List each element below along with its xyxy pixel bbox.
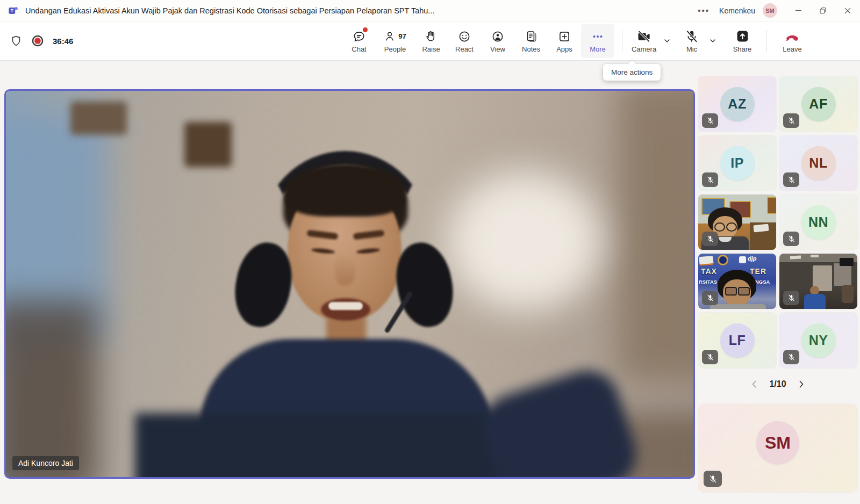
leave-button[interactable]: Leave (775, 24, 810, 58)
avatar: LF (720, 323, 755, 358)
camera-button[interactable]: Camera (630, 24, 658, 58)
apps-button[interactable]: Apps (548, 24, 581, 58)
chevron-down-icon (663, 37, 671, 45)
avatar: NY (801, 323, 836, 358)
notes-icon (524, 30, 538, 44)
pagination-label: 1/10 (769, 379, 786, 389)
camera-off-icon (636, 29, 651, 44)
org-name: Kemenkeu (719, 6, 755, 15)
mic-off-icon (787, 235, 796, 243)
teams-meeting-window: T Undangan Edukasi Aktivasi Akun Wajib P… (0, 0, 860, 504)
muted-mic-badge (783, 172, 799, 187)
speaker-video-feed (6, 91, 693, 477)
toolbar-divider (622, 30, 622, 52)
banner-logo (718, 255, 728, 265)
mic-off-icon (706, 117, 714, 125)
view-icon (491, 30, 505, 44)
participant-tile-nn[interactable]: NN (779, 195, 857, 250)
chevron-right-icon (798, 379, 805, 389)
participant-tile-nl[interactable]: NL (779, 135, 857, 191)
title-bar: T Undangan Edukasi Aktivasi Akun Wajib P… (0, 0, 860, 21)
meeting-security-shield-icon[interactable] (10, 34, 23, 47)
toolbar-divider (766, 30, 767, 52)
muted-mic-badge (702, 291, 718, 305)
banner-text: NGSA (755, 279, 770, 285)
djp-logo-text: djp (748, 255, 757, 262)
notes-button[interactable]: Notes (514, 24, 548, 58)
minimize-button[interactable] (786, 0, 811, 21)
mic-off-icon (706, 235, 714, 243)
view-button[interactable]: View (481, 24, 514, 58)
more-actions-tooltip: More actions (603, 64, 661, 81)
more-button[interactable]: More (581, 24, 614, 58)
banner-text: TER (750, 267, 766, 276)
share-button[interactable]: Share (726, 24, 759, 58)
mic-off-icon (787, 176, 796, 184)
svg-text:T: T (11, 9, 13, 13)
participant-tile-ny[interactable]: NY (779, 313, 857, 368)
speaker-name-label: Adi Kuncoro Jati (12, 456, 79, 470)
avatar: NL (801, 146, 836, 181)
people-button[interactable]: 97 People (376, 24, 414, 58)
mic-off-icon (787, 294, 796, 302)
participant-tile-ip[interactable]: IP (698, 135, 776, 191)
mic-off-icon (787, 353, 796, 361)
close-button[interactable] (835, 0, 860, 21)
leave-call-icon (784, 28, 800, 45)
participant-tile-video-office[interactable] (779, 254, 857, 309)
chat-notification-dot (363, 27, 368, 32)
people-count: 97 (398, 32, 406, 40)
banner-logo (739, 256, 746, 263)
banner-text: RSITAS (699, 279, 717, 285)
main-speaker-video[interactable]: Adi Kuncoro Jati (4, 89, 695, 479)
avatar: NN (801, 205, 836, 240)
chat-button[interactable]: Chat (342, 24, 376, 58)
mic-button[interactable]: Mic (680, 24, 704, 58)
react-smiley-icon (457, 30, 471, 44)
raise-hand-button[interactable]: Raise (414, 24, 448, 58)
meeting-title: Undangan Edukasi Aktivasi Akun Wajib Paj… (25, 6, 434, 15)
titlebar-overflow-menu[interactable]: ••• (688, 6, 719, 15)
banner-text: TAX (701, 267, 717, 276)
banner-logo (699, 256, 713, 266)
muted-mic-badge (783, 350, 799, 364)
meeting-timer: 36:46 (53, 37, 73, 46)
mic-off-icon (787, 117, 796, 125)
participant-tile-video-room[interactable] (698, 195, 776, 250)
account-avatar[interactable]: SM (763, 3, 777, 18)
avatar: IP (720, 146, 755, 181)
participant-tile-af[interactable]: AF (779, 76, 857, 132)
pagination-next-button[interactable] (795, 378, 808, 391)
people-icon (384, 30, 397, 43)
participant-tile-video-taxcenter[interactable]: djp TAX TER RSITAS NGSA (698, 254, 776, 309)
participants-pagination: 1/10 (698, 371, 857, 397)
muted-mic-badge (702, 172, 718, 187)
muted-mic-badge (783, 232, 799, 246)
meeting-toolbar: 36:46 Chat 97 (0, 21, 860, 61)
muted-mic-badge (702, 232, 718, 246)
avatar: SM (756, 421, 799, 464)
camera-options-chevron[interactable] (658, 24, 676, 58)
muted-mic-badge (783, 113, 799, 128)
pagination-prev-button[interactable] (748, 378, 761, 391)
more-ellipsis-icon (591, 30, 605, 44)
react-button[interactable]: React (448, 24, 481, 58)
mic-off-icon (706, 176, 714, 184)
chevron-down-icon (708, 37, 717, 45)
muted-mic-badge (702, 113, 718, 128)
chevron-left-icon (750, 379, 758, 389)
avatar: AF (801, 87, 836, 121)
participant-tile-az[interactable]: AZ (698, 76, 776, 132)
self-tile-sm[interactable]: SM (698, 404, 857, 492)
mic-off-icon (708, 474, 718, 484)
recording-indicator (31, 34, 45, 48)
muted-mic-badge (704, 471, 722, 487)
participant-tile-lf[interactable]: LF (698, 313, 776, 368)
mic-options-chevron[interactable] (704, 24, 721, 58)
mic-off-icon (706, 294, 714, 302)
apps-icon (557, 30, 571, 44)
share-screen-icon (735, 29, 750, 44)
restore-button[interactable] (811, 0, 835, 21)
teams-app-icon: T (8, 5, 19, 17)
avatar: AZ (720, 87, 755, 121)
